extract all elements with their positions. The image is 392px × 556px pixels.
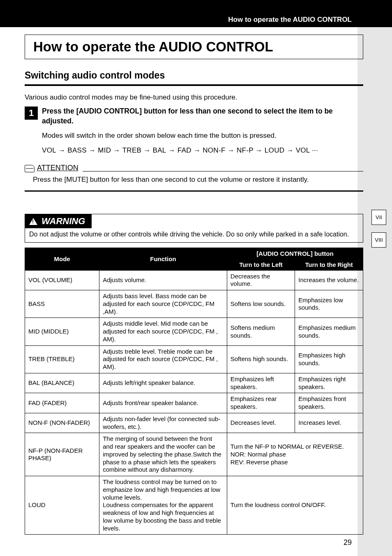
seq-item: TREB <box>122 146 142 154</box>
cell-function: The merging of sound between the front a… <box>99 433 227 476</box>
step-detail: Modes will switch in the order shown bel… <box>42 131 363 141</box>
cell-left: Softens low sounds. <box>227 290 295 318</box>
page-number: 29 <box>344 538 352 547</box>
header-bar: How to operate the AUDIO CONTROL <box>0 0 392 27</box>
book-icon <box>25 165 35 172</box>
cell-right: Emphasizes high sounds. <box>295 345 363 373</box>
cell-left: Decreases the volume. <box>227 270 295 290</box>
cell-function: Adjusts middle level. Mid mode can be ad… <box>99 318 227 345</box>
cell-merged: Turn the NF-P to NORMAL or REVERSE. NOR:… <box>227 433 363 476</box>
seq-item: VOL <box>42 146 56 154</box>
th-turn-right: Turn to the Right <box>295 259 363 270</box>
header-breadcrumb: How to operate the AUDIO CONTROL <box>228 16 352 24</box>
warning-label: WARNING <box>42 216 85 227</box>
mode-sequence: VOL → BASS → MID → TREB → BAL → FAD → NO… <box>42 146 363 155</box>
cell-right: Emphasizes medium sounds. <box>295 318 363 345</box>
attention-bottom-rule <box>25 190 363 192</box>
arrow-icon: → <box>256 146 265 154</box>
cell-function: Adjusts volume. <box>99 270 227 290</box>
cell-right: Emphasizes low sounds. <box>295 290 363 318</box>
cell-function: Adjusts front/rear speaker balance. <box>99 393 227 413</box>
warning-header: WARNING <box>25 214 92 228</box>
cell-mode: MID (MIDDLE) <box>25 318 99 345</box>
arrow-icon: → <box>166 146 178 154</box>
arrow-icon: → <box>87 146 98 154</box>
intro-text: Various audio control modes may be fine-… <box>25 93 363 102</box>
table-row: NF-P (NON-FADER PHASE)The merging of sou… <box>25 433 363 476</box>
cell-function: The loudness control may be turned on to… <box>99 476 227 535</box>
page-title: How to operate the AUDIO CONTROL <box>33 39 355 55</box>
warning-triangle-icon <box>29 218 37 225</box>
seq-item: NON-F <box>203 146 225 154</box>
table-row: TREB (TREBLE)Adjusts treble level. Trebl… <box>25 345 363 373</box>
audio-control-table: Mode Function [AUDIO CONTROL] button Tur… <box>25 248 363 535</box>
arrow-icon: → <box>284 146 295 154</box>
th-turn-left: Turn to the Left <box>227 259 295 270</box>
cell-left: Softens medium sounds. <box>227 318 295 345</box>
arrow-icon: → <box>56 146 67 154</box>
cell-function: Adjusts non-fader level (for connected s… <box>99 413 227 433</box>
table-row: FAD (FADER)Adjusts front/rear speaker ba… <box>25 393 363 413</box>
cell-function: Adjusts bass level. Bass mode can be adj… <box>99 290 227 318</box>
seq-item: MID <box>98 146 111 154</box>
side-tabs: VII VIII <box>371 210 386 248</box>
th-button-group: [AUDIO CONTROL] button <box>227 248 363 259</box>
cell-right: Increases level. <box>295 413 363 433</box>
table-row: VOL (VOLUME)Adjusts volume.Decreases the… <box>25 270 363 290</box>
step-1: 1 Press the [AUDIO CONTROL] button for l… <box>25 107 363 155</box>
tab-viii[interactable]: VIII <box>371 232 386 248</box>
attention-label: ATTENTION <box>37 164 78 172</box>
warning-text: Do not adjust the volume or other contro… <box>25 228 363 242</box>
table-row: MID (MIDDLE)Adjusts middle level. Mid mo… <box>25 318 363 345</box>
table-row: LOUDThe loudness control may be turned o… <box>25 476 363 535</box>
arrow-icon: → <box>111 146 122 154</box>
seq-item: NF-P <box>237 146 256 154</box>
cell-left: Emphasizes rear speakers. <box>227 393 295 413</box>
seq-item: LOUD <box>265 146 284 154</box>
cell-function: Adjusts left/right speaker balance. <box>99 373 227 393</box>
seq-item: VOL ··· <box>296 146 318 154</box>
arrow-icon: → <box>226 146 237 154</box>
th-mode: Mode <box>25 248 99 270</box>
warning-box: WARNING Do not adjust the volume or othe… <box>25 214 363 243</box>
table-row: BAL (BALANCE)Adjusts left/right speaker … <box>25 373 363 393</box>
cell-mode: FAD (FADER) <box>25 393 99 413</box>
cell-mode: BAL (BALANCE) <box>25 373 99 393</box>
cell-left: Decreases level. <box>227 413 295 433</box>
cell-mode: NON-F (NON-FADER) <box>25 413 99 433</box>
table-row: BASSAdjusts bass level. Bass mode can be… <box>25 290 363 318</box>
section-heading: Switching audio control modes <box>25 70 363 81</box>
cell-right: Increases the volume. <box>295 270 363 290</box>
attention-text: Press the [MUTE] button for less than on… <box>33 176 363 184</box>
page-title-box: How to operate the AUDIO CONTROL <box>25 35 363 59</box>
step-instruction: Press the [AUDIO CONTROL] button for les… <box>42 107 363 126</box>
cell-mode: BASS <box>25 290 99 318</box>
seq-item: FAD <box>178 146 191 154</box>
cell-right: Emphasizes front speakers. <box>295 393 363 413</box>
cell-mode: VOL (VOLUME) <box>25 270 99 290</box>
table-row: NON-F (NON-FADER)Adjusts non-fader level… <box>25 413 363 433</box>
th-function: Function <box>99 248 227 270</box>
cell-right: Emphasizes right speakers. <box>295 373 363 393</box>
section-rule <box>25 84 363 86</box>
seq-item: BAL <box>153 146 166 154</box>
cell-merged: Turn the loudness control ON/OFF. <box>227 476 363 535</box>
cell-mode: LOUD <box>25 476 99 535</box>
cell-left: Emphasizes left speakers. <box>227 373 295 393</box>
cell-mode: NF-P (NON-FADER PHASE) <box>25 433 99 476</box>
cell-left: Softens high sounds. <box>227 345 295 373</box>
attention-rule <box>83 171 363 171</box>
seq-item: BASS <box>67 146 87 154</box>
cell-mode: TREB (TREBLE) <box>25 345 99 373</box>
arrow-icon: → <box>191 146 203 154</box>
arrow-icon: → <box>141 146 152 154</box>
tab-vii[interactable]: VII <box>371 210 386 225</box>
step-number-badge: 1 <box>25 107 38 120</box>
cell-function: Adjusts treble level. Treble mode can be… <box>99 345 227 373</box>
